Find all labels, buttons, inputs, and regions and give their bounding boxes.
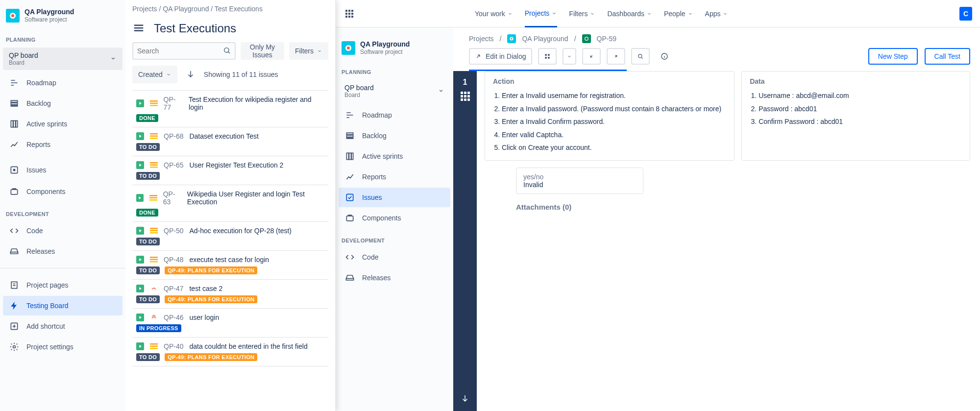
issue-row[interactable]: QP-50 Ad-hoc execution for QP-28 (test) … — [132, 222, 328, 251]
nav-people[interactable]: People — [664, 0, 693, 27]
search-field[interactable] — [137, 47, 223, 55]
sidebar-item-active sprints[interactable]: Active sprints — [339, 146, 450, 166]
yesno-label: yes/no — [523, 173, 636, 181]
sort-direction-icon[interactable] — [186, 70, 195, 80]
nav-filters[interactable]: Filters — [569, 0, 595, 27]
data-header: Data — [750, 77, 962, 85]
search-tool-button[interactable] — [631, 48, 650, 65]
nav-dashboards[interactable]: Dashboards — [607, 0, 652, 27]
board-selector[interactable]: QP board Board — [339, 80, 450, 102]
expected-result-box[interactable]: yes/no Invalid — [516, 168, 643, 194]
sidebar-item-active sprints[interactable]: Active sprints — [3, 114, 122, 134]
layout-grid-button[interactable] — [538, 48, 557, 65]
only-my-issues-button[interactable]: Only My Issues — [241, 42, 284, 60]
sidebar-item-add shortcut[interactable]: Add shortcut — [3, 316, 122, 336]
test-execution-icon — [136, 314, 144, 321]
expand-button[interactable] — [607, 48, 625, 65]
issue-row[interactable]: QP-40 data couldnt be entered in the fir… — [132, 338, 328, 366]
sidebar-item-releases[interactable]: Releases — [339, 268, 450, 288]
sidebar-label: Roadmap — [362, 111, 392, 119]
sidebar-item-reports[interactable]: Reports — [3, 135, 122, 154]
sidebar-item-issues[interactable]: Issues — [339, 188, 450, 207]
new-step-button[interactable]: New Step — [868, 48, 918, 65]
nav-apps[interactable]: Apps — [705, 0, 729, 27]
edit-in-dialog-button[interactable]: Edit in Dialog — [469, 48, 532, 65]
sidebar-item-releases[interactable]: Releases — [3, 242, 122, 261]
collapse-button[interactable] — [582, 48, 601, 65]
layout-dropdown-button[interactable] — [563, 48, 576, 65]
status-badge: TO DO — [136, 295, 160, 303]
sidebar-item-roadmap[interactable]: Roadmap — [3, 73, 122, 93]
call-test-button[interactable]: Call Test — [925, 48, 970, 65]
arrow-down-icon[interactable] — [461, 394, 469, 404]
issue-row[interactable]: QP-48 execute test case for login TO DO … — [132, 251, 328, 280]
svg-point-48 — [585, 37, 588, 41]
svg-rect-20 — [150, 138, 158, 139]
svg-rect-41 — [346, 153, 348, 159]
priority-icon — [150, 132, 158, 140]
sort-created-button[interactable]: Created — [132, 66, 177, 83]
breadcrumb: Projects / QA Playground / Test Executio… — [132, 0, 328, 13]
svg-rect-3 — [11, 103, 17, 104]
issue-row[interactable]: QP-47 test case 2 TO DO QP-49: PLANS FOR… — [132, 280, 328, 309]
action-column[interactable]: Action Enter a Invalid username for regi… — [485, 71, 735, 161]
data-column[interactable]: Data Username : abcd@email.comPassword :… — [741, 71, 970, 161]
issue-row[interactable]: QP-77 Test Execution for wikipedia regis… — [132, 91, 328, 127]
board-name: QP board — [9, 51, 38, 59]
nav-your work[interactable]: Your work — [475, 0, 513, 27]
status-badge: DONE — [136, 114, 158, 122]
code-icon — [9, 226, 20, 236]
svg-rect-43 — [351, 153, 353, 159]
queues-icon[interactable] — [132, 23, 145, 35]
action-step: Click on Create your account. — [502, 141, 726, 154]
filters-button[interactable]: Filters — [289, 42, 328, 60]
breadcrumb-projects[interactable]: Projects — [469, 35, 494, 43]
action-header: Action — [493, 77, 726, 85]
sidebar-item-components[interactable]: Components — [339, 208, 450, 228]
issue-row[interactable]: QP-63 Wikipedia User Register and login … — [132, 185, 328, 222]
sidebar-item-project settings[interactable]: Project settings — [3, 337, 122, 357]
sidebar-label: Components — [362, 214, 401, 222]
board-selector[interactable]: QP board Board — [3, 48, 122, 70]
sidebar-item-backlog[interactable]: Backlog — [339, 126, 450, 145]
breadcrumb-key[interactable]: QP-59 — [597, 35, 616, 43]
svg-rect-22 — [150, 165, 158, 166]
create-button[interactable]: C — [959, 7, 972, 21]
sidebar-item-roadmap[interactable]: Roadmap — [339, 105, 450, 125]
sidebar-item-testing board[interactable]: Testing Board — [3, 296, 122, 315]
issue-key: QP-40 — [164, 342, 183, 350]
app-switcher-icon[interactable] — [343, 8, 355, 20]
breadcrumb-project[interactable]: QA Playground — [522, 35, 568, 43]
backlog-icon — [9, 98, 20, 108]
sidebar-item-reports[interactable]: Reports — [339, 167, 450, 187]
project-logo-icon — [6, 9, 20, 23]
sidebar-item-code[interactable]: Code — [3, 221, 122, 241]
sidebar-item-project pages[interactable]: Project pages — [3, 275, 122, 295]
drag-handle-icon[interactable] — [461, 92, 470, 101]
info-button[interactable] — [656, 48, 673, 65]
issue-row[interactable]: QP-46 user login IN PROGRESS — [132, 309, 328, 338]
search-input[interactable] — [132, 42, 236, 60]
issues-icon — [344, 193, 355, 202]
sidebar-item-backlog[interactable]: Backlog — [3, 94, 122, 113]
nav-projects[interactable]: Projects — [525, 0, 558, 27]
priority-icon — [149, 194, 157, 202]
sidebar-item-code[interactable]: Code — [339, 247, 450, 267]
issue-row[interactable]: QP-65 User Register Test Execution 2 TO … — [132, 156, 328, 185]
issue-row[interactable]: QP-68 Dataset execution Test TO DO — [132, 127, 328, 156]
priority-icon — [150, 161, 158, 169]
status-badge: TO DO — [136, 266, 160, 274]
issue-title: test case 2 — [189, 285, 222, 292]
svg-rect-49 — [545, 54, 547, 56]
sidebar-item-components[interactable]: Components — [3, 182, 122, 201]
sidebar-label: Code — [26, 227, 43, 235]
action-step: Enter a Invalid Confirm password. — [502, 115, 726, 128]
priority-icon — [150, 227, 158, 235]
sidebar-label: Project pages — [26, 281, 69, 289]
sidebar-label: Backlog — [26, 99, 51, 107]
svg-rect-44 — [346, 194, 353, 200]
issue-key: QP-46 — [164, 314, 183, 321]
status-badge: TO DO — [136, 353, 160, 361]
sidebar-item-issues[interactable]: Issues — [3, 160, 122, 180]
project-header: QA Playground Software project — [0, 0, 125, 28]
